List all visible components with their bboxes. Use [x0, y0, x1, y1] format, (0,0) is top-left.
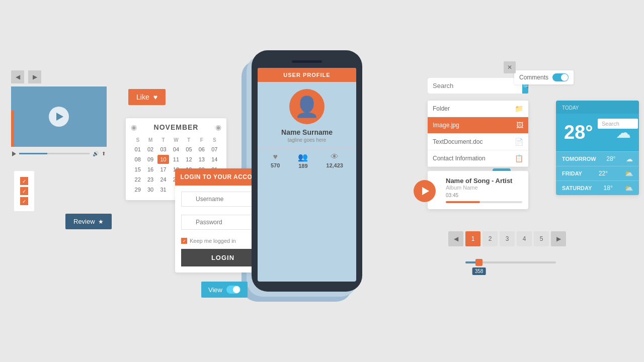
- calendar-day[interactable]: 13: [196, 155, 207, 164]
- progress-fill: [19, 153, 47, 154]
- phone-screen: USER PROFILE 👤 Name Surname tagline goes…: [258, 68, 356, 282]
- calendar-day[interactable]: 09: [144, 155, 156, 164]
- tomorrow-icon: ☁: [626, 155, 633, 163]
- page-1[interactable]: 1: [465, 231, 480, 246]
- toggle-switch[interactable]: [226, 286, 240, 294]
- page-4[interactable]: 4: [517, 231, 532, 246]
- slider-track[interactable]: 358: [465, 261, 556, 263]
- checkbox-2[interactable]: ✓: [20, 187, 28, 195]
- play-small-icon[interactable]: [12, 151, 16, 156]
- calendar-day[interactable]: 23: [144, 175, 156, 184]
- saturday-icon: ⛅: [624, 184, 633, 192]
- page-5[interactable]: 5: [534, 231, 549, 246]
- search-input[interactable]: [428, 78, 522, 94]
- weather-search-box[interactable]: Search: [598, 119, 638, 129]
- checkbox-list: ✓ ✓ ✓: [14, 171, 34, 211]
- star-icon: ★: [98, 218, 104, 225]
- weather-temp: 28°: [564, 122, 593, 143]
- prev-button[interactable]: ◀: [11, 70, 24, 83]
- volume-icon[interactable]: 🔊: [93, 151, 99, 156]
- image-icon: 🖼: [516, 121, 523, 129]
- music-progress-bar[interactable]: [446, 201, 522, 203]
- next-button[interactable]: ▶: [28, 70, 41, 83]
- calendar-day[interactable]: 02: [144, 145, 156, 154]
- cal-next[interactable]: ◉: [215, 123, 221, 131]
- like-button[interactable]: Like ♥: [128, 89, 166, 105]
- calendar-day[interactable]: 16: [144, 165, 156, 174]
- people-icon: 👥: [298, 152, 308, 162]
- calendar-title: NOVEMBER: [154, 123, 199, 131]
- play-button[interactable]: [49, 107, 69, 127]
- accent-bar: [11, 111, 14, 147]
- page-next[interactable]: ▶: [551, 231, 566, 246]
- today-label: TODAY: [562, 105, 579, 111]
- folder-icon: 📁: [515, 105, 523, 113]
- calendar-day[interactable]: 30: [144, 185, 156, 194]
- comments-knob: [561, 74, 568, 81]
- page-3[interactable]: 3: [500, 231, 515, 246]
- keep-logged-checkbox[interactable]: ✓: [181, 238, 187, 244]
- slider-thumb[interactable]: [475, 259, 482, 266]
- calendar-day[interactable]: 29: [132, 185, 143, 194]
- file-item-folder[interactable]: Folder 📁: [428, 101, 528, 117]
- day-header-f: F: [196, 136, 207, 144]
- day-header-m: M: [144, 136, 156, 144]
- video-player: ◀ ▶ 🔊 ⬆: [11, 70, 107, 158]
- calendar-day[interactable]: 31: [157, 185, 169, 194]
- music-play-button[interactable]: [414, 180, 436, 202]
- calendar-day[interactable]: 14: [209, 155, 220, 164]
- calendar-day[interactable]: 04: [170, 145, 182, 154]
- music-play-wrap: [414, 180, 436, 202]
- calendar-day[interactable]: 07: [209, 145, 220, 154]
- like-label: Like: [136, 93, 149, 101]
- play-icon: [56, 113, 63, 121]
- calendar-day[interactable]: 17: [157, 165, 169, 174]
- file-item-contact[interactable]: Contact Information 📋: [428, 150, 528, 167]
- profile-name: Name Surname: [258, 128, 356, 136]
- file-list: Folder 📁 Image.jpg 🖼 TextDocument.doc 📄 …: [428, 101, 528, 167]
- progress-bar[interactable]: [19, 153, 90, 154]
- file-item-image[interactable]: Image.jpg 🖼: [428, 117, 528, 134]
- review-button[interactable]: Review ★: [65, 214, 112, 229]
- calendar-day[interactable]: 24: [157, 175, 169, 184]
- calendar-day[interactable]: 12: [183, 155, 195, 164]
- checkbox-3[interactable]: ✓: [20, 197, 28, 205]
- heart-icon: ♥: [153, 93, 157, 101]
- video-nav: ◀ ▶: [11, 70, 107, 83]
- checkbox-1[interactable]: ✓: [20, 177, 28, 185]
- checkbox-item-3: ✓: [20, 197, 28, 205]
- calendar-day[interactable]: 05: [183, 145, 195, 154]
- review-label: Review: [73, 218, 95, 225]
- image-name: Image.jpg: [433, 122, 459, 129]
- tomorrow-temp: 28°: [606, 155, 615, 162]
- phone-frame: USER PROFILE 👤 Name Surname tagline goes…: [252, 50, 362, 292]
- contact-icon: 📋: [515, 154, 523, 162]
- calendar-day[interactable]: 22: [132, 175, 143, 184]
- heart-count: 570: [271, 162, 280, 168]
- comments-switch[interactable]: [552, 73, 569, 81]
- calendar-day[interactable]: 01: [132, 145, 143, 154]
- calendar-day[interactable]: 06: [196, 145, 207, 154]
- stat-views: 👁 12,423: [326, 152, 343, 169]
- share-icon[interactable]: ⬆: [102, 151, 106, 156]
- calendar-day[interactable]: 08: [132, 155, 143, 164]
- search-bar: 🔍: [428, 78, 528, 94]
- page-prev[interactable]: ◀: [448, 231, 463, 246]
- calendar-day[interactable]: 15: [132, 165, 143, 174]
- view-toggle-button[interactable]: View: [201, 282, 248, 298]
- calendar-day[interactable]: 03: [157, 145, 169, 154]
- checkbox-item-1: ✓: [20, 177, 28, 185]
- saturday-temp: 18°: [604, 185, 613, 192]
- stat-people: 👥 189: [298, 152, 308, 169]
- contact-name: Contact Information: [433, 155, 486, 162]
- weather-row-tomorrow: TOMORROW 28° ☁: [556, 151, 639, 166]
- calendar-day[interactable]: 10: [157, 155, 169, 164]
- music-play-icon: [422, 187, 429, 195]
- phone-speaker: [292, 60, 322, 63]
- file-item-doc[interactable]: TextDocument.doc 📄: [428, 134, 528, 150]
- page-2[interactable]: 2: [482, 231, 498, 246]
- close-button[interactable]: ✕: [504, 61, 516, 73]
- slider: 358: [465, 261, 556, 263]
- calendar-day[interactable]: 11: [170, 155, 182, 164]
- cal-prev[interactable]: ◉: [131, 123, 137, 131]
